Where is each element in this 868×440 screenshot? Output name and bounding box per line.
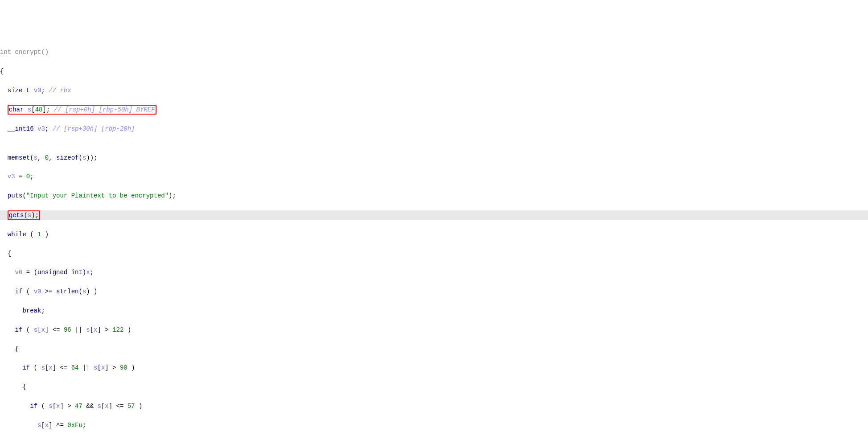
code-line: int encrypt() xyxy=(0,48,868,57)
comment: // rbx xyxy=(49,87,71,94)
var-v0: v0 xyxy=(34,87,41,94)
var-v0: v0 xyxy=(34,288,41,295)
kw-while: while xyxy=(0,231,26,238)
code-line: while ( 1 ) xyxy=(0,230,868,239)
call-strlen: strlen xyxy=(56,288,78,295)
code-line: __int16 v3; // [rsp+30h] [rbp-20h] xyxy=(0,124,868,134)
code-line: { xyxy=(0,382,868,392)
code-line: { xyxy=(0,67,868,76)
call-memset: memset xyxy=(0,154,30,161)
code-line: break; xyxy=(0,306,868,316)
string-literal: "Input your Plaintext to be encrypted" xyxy=(26,192,169,199)
code-line-current: gets(s); xyxy=(0,210,868,220)
code-line: { xyxy=(0,249,868,259)
arg-s: s xyxy=(28,212,31,219)
var-v3: v3 xyxy=(8,173,15,180)
code-listing: int encrypt() { size_t v0; // rbx char s… xyxy=(0,38,868,440)
kw-type: __int16 xyxy=(0,125,34,132)
kw-if: if xyxy=(0,288,22,295)
kw-int: int xyxy=(0,49,11,56)
code-line: memset(s, 0, sizeof(s)); xyxy=(0,153,868,163)
brace: { xyxy=(0,68,4,75)
code-line: if ( s[x] > 47 && s[x] <= 57 ) xyxy=(0,402,868,411)
code-line-highlighted: char s[48]; // [rsp+0h] [rbp-50h] BYREF xyxy=(0,105,868,115)
kw-if: if xyxy=(0,326,22,333)
code-line: if ( v0 >= strlen(s) ) xyxy=(0,287,868,296)
var-x: x xyxy=(86,269,90,276)
code-line: puts("Input your Plaintext to be encrypt… xyxy=(0,191,868,201)
code-line: size_t v0; // rbx xyxy=(0,86,868,95)
num: 48 xyxy=(35,106,43,113)
comment: // [rsp+30h] [rbp-20h] xyxy=(53,125,135,132)
code-line: if ( s[x] <= 64 || s[x] > 90 ) xyxy=(0,363,868,373)
kw-if: if xyxy=(0,403,37,410)
kw-if: if xyxy=(0,364,30,371)
var-v0: v0 xyxy=(15,269,23,276)
call-puts: puts xyxy=(0,192,22,199)
num: 0 xyxy=(26,173,30,180)
code-line: if ( s[x] <= 96 || s[x] > 122 ) xyxy=(0,325,868,335)
code-line: s[x] ^= 0xFu; xyxy=(0,421,868,430)
kw-break: break xyxy=(0,307,41,314)
code-line: { xyxy=(0,345,868,354)
var-v3: v3 xyxy=(37,125,45,132)
var-s: s xyxy=(28,106,31,113)
kw-type: size_t xyxy=(0,87,30,94)
kw-char: char xyxy=(9,106,24,113)
func-name: encrypt() xyxy=(11,49,49,56)
comment: // [rsp+0h] [rbp-50h] BYREF xyxy=(54,106,155,113)
call-gets: gets xyxy=(9,212,24,219)
kw-sizeof: sizeof xyxy=(56,154,78,161)
annotation-box: gets(s); xyxy=(8,210,40,220)
annotation-box: char s[48]; // [rsp+0h] [rbp-50h] BYREF xyxy=(8,105,156,115)
num: 0 xyxy=(45,154,49,161)
kw-cast: unsigned int xyxy=(37,269,82,276)
code-line: v0 = (unsigned int)x; xyxy=(0,268,868,277)
code-line: v3 = 0; xyxy=(0,172,868,181)
arg-s: s xyxy=(34,154,37,161)
